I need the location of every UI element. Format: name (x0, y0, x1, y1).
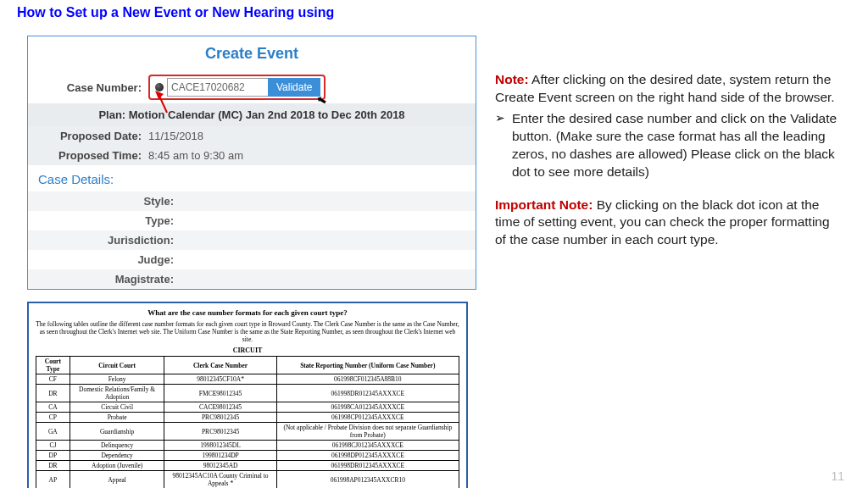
table-cell: 061998CF012345A88B10 (276, 374, 459, 385)
table-row: CACircuit CivilCACE98012345061998CA01234… (36, 402, 459, 413)
circuit-label: CIRCUIT (36, 347, 459, 354)
case-number-input[interactable] (167, 78, 269, 97)
table-cell: CJ (36, 441, 70, 451)
table-row: DRAdoption (Juvenile)98012345AD061998DR0… (36, 461, 459, 471)
table-cell: DP (36, 451, 70, 461)
table-cell: Appeal (70, 471, 164, 489)
formats-intro: The following tables outline the differe… (36, 320, 459, 343)
table-header: Circuit Court (70, 357, 164, 374)
table-cell: DR (36, 385, 70, 402)
table-cell: PRC98012345 (164, 423, 276, 441)
table-cell: Circuit Civil (70, 402, 164, 413)
table-cell: 98012345AD (164, 461, 276, 471)
proposed-date-value: 11/15/2018 (148, 130, 203, 142)
important-label: Important Note: (495, 197, 593, 212)
table-row: DPDependency199801234DP061998DP012345AXX… (36, 451, 459, 461)
judge-label: Judge: (28, 250, 181, 269)
important-paragraph: Important Note: By clicking on the black… (495, 197, 841, 250)
table-cell: Felony (70, 374, 164, 385)
table-row: CPProbatePRC98012345061998CP012345AXXXCE (36, 413, 459, 423)
bullet-text: Enter the desired case number and click … (512, 110, 841, 181)
proposed-time-value: 8:45 am to 9:30 am (148, 149, 243, 162)
table-cell: FMCE98012345 (164, 385, 276, 402)
type-label: Type: (28, 211, 181, 230)
table-cell: Guardianship (70, 423, 164, 441)
table-cell: 061998DR012345AXXXCE (276, 461, 459, 471)
case-number-row: Case Number: Validate ⬉ (28, 71, 476, 103)
table-cell: 1998012345DL (164, 441, 276, 451)
table-cell: 061998CP012345AXXXCE (276, 413, 459, 423)
formats-table: Court TypeCircuit CourtClerk Case Number… (36, 356, 459, 488)
bullet-arrow-icon: ➢ (495, 110, 505, 181)
table-cell: 061998CJ012345AXXXCE (276, 441, 459, 451)
magistrate-label: Magistrate: (28, 269, 181, 289)
table-cell: CACE98012345 (164, 402, 276, 413)
table-cell: 98012345CF10A* (164, 374, 276, 385)
table-header: Court Type (36, 357, 70, 374)
table-cell: DR (36, 461, 70, 471)
table-cell: Domestic Relations/Family & Adoption (70, 385, 164, 402)
case-details-list: Style: Type: Jurisdiction: Judge: Magist… (28, 191, 476, 289)
formats-question: What are the case number formats for eac… (36, 308, 459, 317)
table-row: GAGuardianshipPRC98012345(Not applicable… (36, 423, 459, 441)
table-cell: 199801234DP (164, 451, 276, 461)
create-event-panel: Create Event Case Number: Validate ⬉ Pla… (27, 36, 476, 290)
table-cell: GA (36, 423, 70, 441)
note-paragraph: Note: After clicking on the desired date… (495, 71, 841, 107)
table-header: Clerk Case Number (164, 357, 276, 374)
table-cell: CP (36, 413, 70, 423)
proposed-time-row: Proposed Time: 8:45 am to 9:30 am (28, 146, 476, 165)
note-label: Note: (495, 72, 529, 86)
table-cell: CF (36, 374, 70, 385)
style-label: Style: (28, 191, 181, 211)
table-cell: (Not applicable / Probate Division does … (276, 423, 459, 441)
table-cell: CA (36, 402, 70, 413)
case-details-heading: Case Details: (28, 165, 476, 191)
cursor-icon: ⬉ (316, 92, 330, 108)
instructions-column: Note: After clicking on the desired date… (495, 71, 841, 249)
jurisdiction-label: Jurisdiction: (28, 230, 181, 250)
table-cell: 061998AP012345AXXCR10 (276, 471, 459, 489)
plan-row: Plan: Motion Calendar (MC) Jan 2nd 2018 … (28, 103, 476, 126)
left-column: Create Event Case Number: Validate ⬉ Pla… (27, 36, 476, 488)
proposed-date-label: Proposed Date: (38, 130, 148, 142)
table-row: APAppeal98012345AC10A County Criminal to… (36, 471, 459, 489)
table-cell: 061998CA012345AXXXCE (276, 402, 459, 413)
table-cell: Delinquency (70, 441, 164, 451)
page-title: How to Set up a New Event or New Hearing… (0, 0, 868, 20)
proposed-date-row: Proposed Date: 11/15/2018 (28, 126, 476, 146)
info-dot-icon[interactable] (155, 83, 164, 92)
table-row: DRDomestic Relations/Family & AdoptionFM… (36, 385, 459, 402)
table-cell: AP (36, 471, 70, 489)
validate-button[interactable]: Validate (268, 78, 320, 97)
table-cell: Dependency (70, 451, 164, 461)
table-cell: Adoption (Juvenile) (70, 461, 164, 471)
table-row: CJDelinquency1998012345DL061998CJ012345A… (36, 441, 459, 451)
table-cell: 061998DP012345AXXXCE (276, 451, 459, 461)
table-cell: 98012345AC10A County Criminal to Appeals… (164, 471, 276, 489)
case-number-highlight: Validate ⬉ (148, 75, 326, 100)
table-cell: 061998DR012345AXXXCE (276, 385, 459, 402)
proposed-time-label: Proposed Time: (38, 149, 148, 162)
case-number-label: Case Number: (38, 81, 148, 94)
table-row: CFFelony98012345CF10A*061998CF012345A88B… (36, 374, 459, 385)
table-cell: PRC98012345 (164, 413, 276, 423)
table-header: State Reporting Number (Uniform Case Num… (276, 357, 459, 374)
case-formats-panel: What are the case number formats for eac… (27, 302, 468, 488)
table-cell: Probate (70, 413, 164, 423)
page-number: 11 (831, 469, 844, 483)
panel-heading: Create Event (28, 36, 476, 71)
bullet-item: ➢ Enter the desired case number and clic… (495, 110, 841, 181)
note-text: After clicking on the desired date, syst… (495, 72, 835, 104)
